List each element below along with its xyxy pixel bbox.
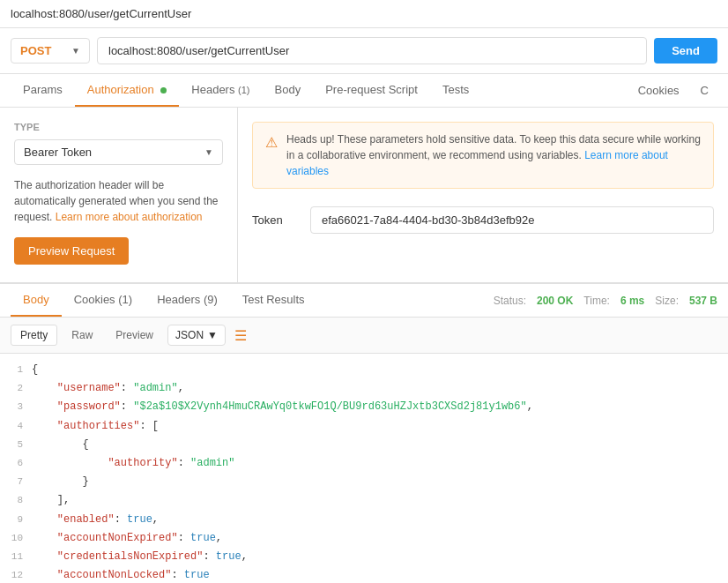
code-line: 8 ], <box>0 491 728 510</box>
title-bar: localhost:8080/user/getCurrentUser <box>0 0 728 28</box>
preview-request-button[interactable]: Preview Request <box>14 237 129 265</box>
size-label: Size: <box>655 295 679 307</box>
bearer-select[interactable]: Bearer Token ▼ <box>14 139 223 165</box>
method-select[interactable]: POST ▼ <box>11 38 90 64</box>
auth-right: ⚠ Heads up! These parameters hold sensit… <box>238 108 728 282</box>
title-url: localhost:8080/user/getCurrentUser <box>11 7 191 20</box>
code-line: 6 "authority": "admin" <box>0 454 728 473</box>
tab-headers[interactable]: Headers (1) <box>179 74 262 107</box>
tab-prerequest[interactable]: Pre-request Script <box>313 74 430 107</box>
status-label: Status: <box>494 295 526 307</box>
authorization-dot <box>160 87 167 93</box>
tabs-bar: Params Authorization Headers (1) Body Pr… <box>0 74 728 108</box>
bearer-arrow-icon: ▼ <box>204 147 213 157</box>
request-bar: POST ▼ Send <box>0 28 728 74</box>
tab-authorization[interactable]: Authorization <box>75 74 180 107</box>
tab-params[interactable]: Params <box>11 74 75 107</box>
auth-description: The authorization header will be automat… <box>14 177 223 225</box>
tab-body-label: Body <box>275 83 301 96</box>
response-meta: Status: 200 OK Time: 6 ms Size: 537 B <box>494 295 717 307</box>
alert-text: Heads up! These parameters hold sensitiv… <box>286 131 701 179</box>
tab-headers-label: Headers <box>191 83 234 96</box>
code-line: 12 "accountNonLocked": true <box>0 566 728 583</box>
json-label: JSON <box>175 329 204 341</box>
auth-left: TYPE Bearer Token ▼ The authorization he… <box>0 108 238 282</box>
status-value: 200 OK <box>537 295 573 307</box>
code-line: 5 { <box>0 436 728 454</box>
tab-params-label: Params <box>23 83 63 96</box>
code-area: 1{2 "username": "admin",3 "password": "$… <box>0 354 728 583</box>
token-input[interactable] <box>310 206 714 234</box>
tab-authorization-label: Authorization <box>87 83 154 96</box>
code-line: 10 "accountNonExpired": true, <box>0 529 728 548</box>
response-tab-headers[interactable]: Headers (9) <box>145 284 230 317</box>
headers-count: (1) <box>238 85 249 95</box>
type-label: TYPE <box>14 122 223 132</box>
code-line: 9 "enabled": true, <box>0 511 728 529</box>
code-line: 2 "username": "admin", <box>0 379 728 398</box>
code-line: 7 } <box>0 473 728 491</box>
json-format-select[interactable]: JSON ▼ <box>167 325 226 346</box>
code-line: 11 "credentialsNonExpired": true, <box>0 548 728 566</box>
json-arrow-icon: ▼ <box>207 329 218 341</box>
time-label: Time: <box>583 295 610 307</box>
response-tab-body[interactable]: Body <box>11 284 62 317</box>
response-tab-test-results[interactable]: Test Results <box>230 284 317 317</box>
tab-prerequest-label: Pre-request Script <box>325 83 418 96</box>
method-label: POST <box>20 44 51 57</box>
format-preview-button[interactable]: Preview <box>107 325 162 345</box>
alert-box: ⚠ Heads up! These parameters hold sensit… <box>252 122 714 189</box>
alert-icon: ⚠ <box>265 132 278 153</box>
auth-panel: TYPE Bearer Token ▼ The authorization he… <box>0 108 728 284</box>
method-arrow-icon: ▼ <box>71 46 80 56</box>
token-row: Token <box>252 206 714 234</box>
response-tabs-bar: Body Cookies (1) Headers (9) Test Result… <box>0 284 728 318</box>
learn-more-link[interactable]: Learn more about authorization <box>56 211 203 223</box>
format-pretty-button[interactable]: Pretty <box>11 325 57 346</box>
code-line: 4 "authorities": [ <box>0 417 728 436</box>
tab-cookies[interactable]: Cookies <box>629 75 688 106</box>
code-line: 3 "password": "$2a$10$X2Vynh4HmuCRAwYq0t… <box>0 398 728 416</box>
sort-icon[interactable]: ☰ <box>234 327 247 344</box>
format-bar: Pretty Raw Preview JSON ▼ ☰ <box>0 318 728 354</box>
token-label: Token <box>252 213 296 227</box>
format-raw-button[interactable]: Raw <box>63 325 101 345</box>
tab-tests-label: Tests <box>442 83 469 96</box>
code-line: 1{ <box>0 361 728 379</box>
tabs-right: Cookies C <box>629 75 717 106</box>
tab-body[interactable]: Body <box>263 74 314 107</box>
bearer-label: Bearer Token <box>24 146 92 159</box>
tab-tests[interactable]: Tests <box>430 74 481 107</box>
send-button[interactable]: Send <box>654 38 717 64</box>
size-value: 537 B <box>689 295 717 307</box>
time-value: 6 ms <box>620 295 644 307</box>
tab-c[interactable]: C <box>692 75 717 106</box>
url-input[interactable] <box>97 37 647 64</box>
response-tab-cookies[interactable]: Cookies (1) <box>62 284 145 317</box>
